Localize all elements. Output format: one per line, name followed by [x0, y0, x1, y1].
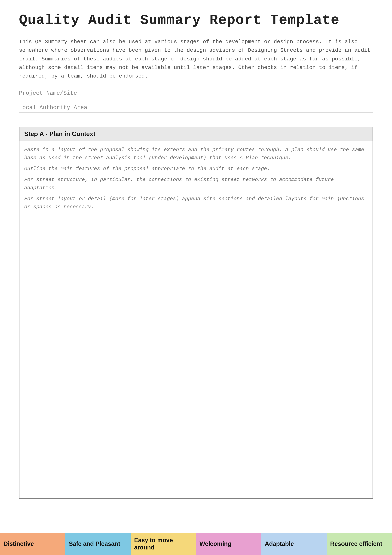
- footer-bar: Distinctive Safe and Pleasant Easy to mo…: [0, 533, 392, 555]
- step-a-instruction-4: For street layout or detail (more for la…: [24, 195, 368, 211]
- footer-resource-efficient: Resource efficient: [327, 533, 392, 555]
- page-title: Quality Audit Summary Report Template: [19, 13, 373, 28]
- main-content-area: Step A - Plan in Context Paste in a layo…: [19, 119, 373, 498]
- footer-safe-pleasant-label: Safe and Pleasant: [69, 540, 120, 548]
- step-a-instruction-3: For street structure, in particular, the…: [24, 175, 368, 192]
- local-authority-field: Local Authority Area: [19, 104, 373, 112]
- step-a-instruction-1: Paste in a layout of the proposal showin…: [24, 146, 368, 162]
- step-a-header: Step A - Plan in Context: [19, 127, 373, 141]
- footer-easy-move-label: Easy to move around: [134, 537, 192, 551]
- intro-text: This QA Summary sheet can also be used a…: [19, 37, 373, 80]
- step-a-instruction-2: Outline the main features of the proposa…: [24, 165, 368, 173]
- project-name-field: Project Name/Site: [19, 90, 373, 98]
- footer-distinctive-label: Distinctive: [3, 540, 34, 548]
- footer-safe-pleasant: Safe and Pleasant: [65, 533, 131, 555]
- footer-welcoming-label: Welcoming: [200, 540, 231, 548]
- local-authority-label: Local Authority Area: [19, 104, 87, 111]
- footer-adaptable: Adaptable: [261, 533, 327, 555]
- footer-distinctive: Distinctive: [0, 533, 65, 555]
- project-name-label: Project Name/Site: [19, 90, 85, 96]
- step-a-content: Paste in a layout of the proposal showin…: [19, 141, 373, 498]
- step-a-box: Step A - Plan in Context Paste in a layo…: [19, 127, 373, 498]
- footer-adaptable-label: Adaptable: [265, 540, 294, 548]
- step-a-title: Step A - Plan in Context: [24, 130, 95, 137]
- footer-easy-move: Easy to move around: [131, 533, 196, 555]
- footer-welcoming: Welcoming: [196, 533, 261, 555]
- footer-resource-efficient-label: Resource efficient: [330, 540, 382, 548]
